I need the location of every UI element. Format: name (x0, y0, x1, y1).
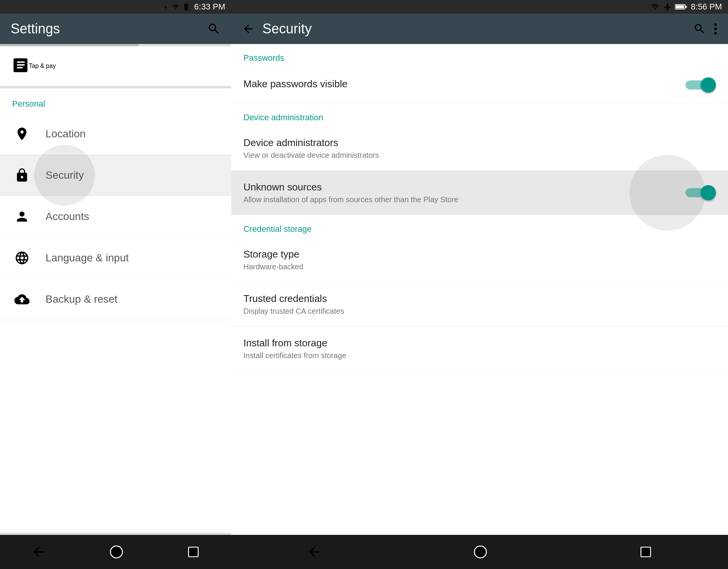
right-header: Security (231, 14, 728, 44)
home-button[interactable] (108, 544, 124, 560)
right-header-left: Security (242, 21, 312, 37)
right-recents-button[interactable] (639, 545, 653, 559)
airplane-icon (664, 3, 672, 11)
left-nav-bar (0, 535, 231, 569)
right-status-bar: 8:56 PM (231, 0, 728, 14)
right-back-button[interactable] (306, 544, 322, 560)
svg-rect-1 (188, 547, 198, 556)
language-label: Language & input (46, 252, 129, 264)
right-status-icons (650, 3, 687, 11)
back-icon[interactable] (242, 22, 255, 35)
lock-icon (12, 165, 32, 185)
right-battery-icon (675, 3, 687, 11)
unknown-sources-toggle-thumb (701, 185, 716, 200)
location-icon (12, 124, 32, 144)
settings-list: Tap & pay Personal Location Securit (0, 46, 231, 533)
personal-section-header: Personal (0, 88, 231, 113)
make-passwords-visible-item[interactable]: Make passwords visible (231, 67, 728, 104)
more-options-icon[interactable] (714, 22, 717, 35)
trusted-credentials-subtitle: Display trusted CA certificates (243, 307, 716, 316)
left-panel: 6:33 PM Settings Tap & pay Personal (0, 0, 231, 569)
storage-type-title: Storage type (243, 248, 716, 260)
left-status-bar: 6:33 PM (0, 0, 231, 14)
right-home-button[interactable] (472, 544, 488, 560)
accounts-label: Accounts (46, 211, 89, 223)
sidebar-item-security[interactable]: Security (0, 155, 231, 196)
tap-pay-icon (12, 57, 29, 75)
storage-type-subtitle: Hardware-backed (243, 262, 716, 271)
storage-type-info: Storage type Hardware-backed (243, 248, 716, 271)
right-panel: 8:56 PM Security Passwords Make (231, 0, 728, 569)
install-from-storage-item[interactable]: Install from storage Install certificate… (231, 327, 728, 371)
make-passwords-visible-info: Make passwords visible (243, 78, 686, 92)
make-passwords-visible-toggle[interactable] (686, 77, 716, 93)
sidebar-item-location[interactable]: Location (0, 113, 231, 155)
unknown-sources-toggle[interactable] (686, 185, 716, 200)
settings-title: Settings (11, 21, 60, 37)
svg-rect-3 (676, 5, 684, 9)
svg-point-0 (110, 546, 122, 558)
battery-icon (181, 3, 191, 11)
tap-pay-label: Tap & pay (29, 63, 56, 69)
tap-pay-item[interactable]: Tap & pay (0, 46, 231, 86)
svg-point-6 (714, 27, 717, 30)
wifi-down-icon (162, 3, 170, 11)
right-time: 8:56 PM (691, 2, 722, 12)
left-time: 6:33 PM (194, 2, 225, 12)
security-content: Passwords Make passwords visible Device … (231, 44, 728, 535)
trusted-credentials-item[interactable]: Trusted credentials Display trusted CA c… (231, 282, 728, 327)
svg-rect-9 (641, 547, 650, 556)
device-administrators-info: Device administrators View or deactivate… (243, 137, 716, 160)
toggle-thumb (701, 77, 716, 93)
svg-point-8 (474, 546, 486, 558)
sidebar-item-backup[interactable]: Backup & reset (0, 279, 231, 320)
recents-button[interactable] (186, 545, 201, 559)
device-administrators-subtitle: View or deactivate device administrators (243, 151, 716, 160)
svg-point-7 (714, 32, 717, 35)
scroll-indicator (0, 44, 231, 46)
install-from-storage-info: Install from storage Install certificate… (243, 337, 716, 360)
sidebar-item-accounts[interactable]: Accounts (0, 196, 231, 237)
backup-icon (12, 289, 32, 309)
install-from-storage-subtitle: Install certificates from storage (243, 351, 716, 360)
right-nav-bar (231, 535, 728, 569)
back-button[interactable] (31, 544, 47, 560)
sidebar-item-language[interactable]: Language & input (0, 237, 231, 279)
security-label: Security (46, 169, 84, 181)
svg-rect-4 (686, 6, 687, 8)
search-icon[interactable] (207, 22, 221, 36)
backup-label: Backup & reset (46, 293, 118, 305)
security-page-title: Security (262, 21, 312, 37)
unknown-sources-info: Unknown sources Allow installation of ap… (243, 181, 686, 204)
svg-point-5 (714, 23, 717, 26)
wifi-icon (650, 3, 661, 11)
device-admin-section-label: Device administration (231, 104, 728, 126)
trusted-credentials-title: Trusted credentials (243, 293, 716, 305)
install-from-storage-title: Install from storage (243, 337, 716, 349)
right-search-icon[interactable] (693, 22, 706, 35)
account-icon (12, 207, 32, 226)
passwords-section-label: Passwords (231, 44, 728, 67)
left-header: Settings (0, 14, 231, 44)
credential-storage-section-label: Credential storage (231, 215, 728, 238)
left-status-icons (162, 3, 191, 11)
language-icon (12, 248, 32, 268)
unknown-sources-title: Unknown sources (243, 181, 686, 193)
signal-icon (172, 3, 179, 11)
right-header-right (693, 22, 717, 35)
trusted-credentials-info: Trusted credentials Display trusted CA c… (243, 293, 716, 316)
device-administrators-title: Device administrators (243, 137, 716, 149)
device-administrators-item[interactable]: Device administrators View or deactivate… (231, 126, 728, 171)
storage-type-item[interactable]: Storage type Hardware-backed (231, 238, 728, 282)
location-label: Location (46, 128, 86, 140)
unknown-sources-subtitle: Allow installation of apps from sources … (243, 195, 686, 204)
unknown-sources-item[interactable]: Unknown sources Allow installation of ap… (231, 171, 728, 215)
make-passwords-visible-title: Make passwords visible (243, 78, 686, 90)
